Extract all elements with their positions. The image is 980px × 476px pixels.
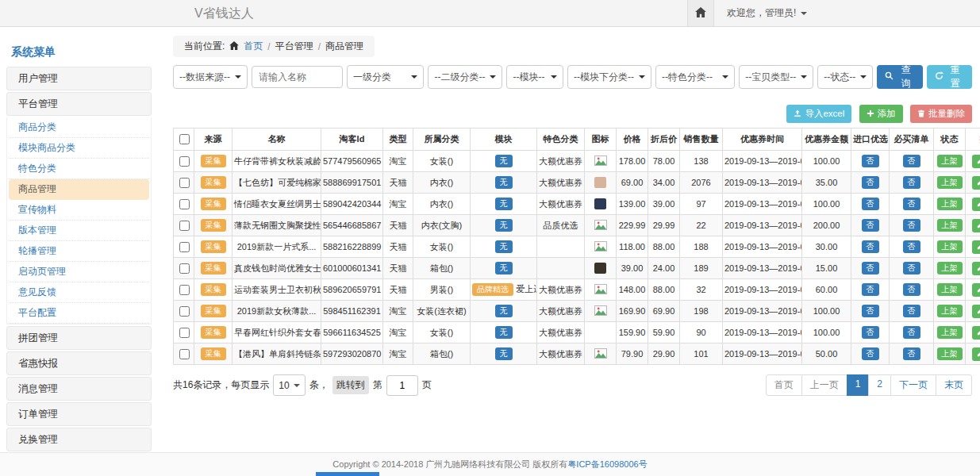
import-select-toggle[interactable]: 否: [862, 326, 879, 339]
user-menu[interactable]: 欢迎您，管理员!: [714, 0, 820, 26]
must-buy-toggle[interactable]: 否: [903, 176, 920, 189]
sidebar-item-用户管理[interactable]: 用户管理: [6, 67, 152, 90]
status-badge[interactable]: 上架: [937, 176, 963, 189]
jump-button[interactable]: 跳转到: [332, 376, 369, 394]
import-select-toggle[interactable]: 否: [862, 240, 879, 253]
home-button[interactable]: [687, 0, 714, 26]
edit-button[interactable]: [972, 176, 980, 190]
pager-prev[interactable]: 上一页: [801, 374, 847, 396]
must-buy-toggle[interactable]: 否: [903, 283, 920, 296]
row-checkbox[interactable]: [179, 349, 190, 359]
module-none-badge: 无: [495, 240, 513, 253]
feature-category-select[interactable]: --特色分类--: [655, 65, 735, 89]
sidebar-item-模块商品分类[interactable]: 模块商品分类: [9, 138, 149, 159]
edit-button[interactable]: [972, 240, 980, 254]
sidebar-item-兑换管理[interactable]: 兑换管理: [6, 428, 152, 451]
reset-button[interactable]: 重置: [927, 65, 972, 89]
module-none-badge: 无: [495, 326, 513, 339]
level2-category-select[interactable]: --二级分类--: [428, 65, 502, 89]
pager-last[interactable]: 末页: [936, 374, 972, 396]
import-select-toggle[interactable]: 否: [862, 155, 879, 167]
sidebar-item-商品管理[interactable]: 商品管理: [9, 179, 149, 200]
module-subcategory-select[interactable]: --模块下分类--: [567, 65, 651, 89]
pager-first[interactable]: 首页: [766, 374, 802, 396]
sidebar-item-消息管理[interactable]: 消息管理: [6, 377, 152, 401]
status-badge[interactable]: 上架: [937, 198, 963, 210]
must-buy-toggle[interactable]: 否: [903, 305, 920, 317]
row-checkbox[interactable]: [179, 242, 190, 252]
sidebar-item-启动页管理[interactable]: 启动页管理: [9, 262, 149, 282]
pager-page-1[interactable]: 1: [847, 374, 870, 396]
level1-category-select[interactable]: 一级分类: [347, 65, 424, 89]
edit-button[interactable]: [972, 283, 980, 297]
name-search-input[interactable]: [252, 66, 343, 88]
edit-button[interactable]: [972, 347, 980, 361]
import-excel-button[interactable]: 导入excel: [786, 105, 851, 123]
select-all-checkbox[interactable]: [179, 134, 190, 144]
status-badge[interactable]: 上架: [937, 155, 963, 167]
icp-link[interactable]: 粤ICP备16098006号: [567, 459, 647, 469]
edit-button[interactable]: [972, 219, 980, 232]
sidebar-item-意见反馈[interactable]: 意见反馈: [9, 282, 149, 303]
must-buy-toggle[interactable]: 否: [903, 262, 920, 274]
status-badge[interactable]: 上架: [937, 326, 963, 339]
sidebar-item-轮播管理[interactable]: 轮播管理: [9, 241, 149, 262]
status-badge[interactable]: 上架: [937, 305, 963, 317]
sidebar-item-版本管理[interactable]: 版本管理: [9, 221, 149, 241]
sidebar-item-商品分类[interactable]: 商品分类: [9, 117, 149, 138]
sidebar-item-平台配置[interactable]: 平台配置: [9, 303, 149, 324]
page-size-select[interactable]: 10: [273, 374, 305, 396]
breadcrumb-home-link[interactable]: 首页: [244, 40, 263, 53]
must-buy-toggle[interactable]: 否: [903, 347, 920, 360]
edit-button[interactable]: [972, 262, 980, 275]
sidebar-item-订单管理[interactable]: 订单管理: [6, 402, 152, 426]
status-badge[interactable]: 上架: [937, 347, 963, 360]
data-source-select[interactable]: --数据来源--: [173, 65, 248, 89]
import-select-toggle[interactable]: 否: [862, 347, 879, 360]
item-type-select[interactable]: --宝贝类型--: [739, 65, 813, 89]
edit-button[interactable]: [972, 326, 980, 340]
import-select-toggle[interactable]: 否: [862, 262, 879, 274]
import-select-toggle[interactable]: 否: [862, 176, 879, 189]
jump-page-input[interactable]: [386, 375, 418, 396]
row-checkbox[interactable]: [179, 221, 190, 231]
must-buy-toggle[interactable]: 否: [903, 219, 920, 232]
edit-button[interactable]: [972, 198, 980, 211]
module-none-badge: 无: [495, 262, 513, 274]
import-select-toggle[interactable]: 否: [862, 283, 879, 296]
module-select[interactable]: --模块--: [506, 65, 563, 89]
status-badge[interactable]: 上架: [937, 240, 963, 253]
sidebar-item-省惠快报[interactable]: 省惠快报: [6, 351, 152, 375]
import-select-cell: 否: [851, 194, 890, 215]
sidebar-item-拼团管理[interactable]: 拼团管理: [6, 326, 152, 350]
row-checkbox[interactable]: [179, 199, 190, 209]
import-select-toggle[interactable]: 否: [862, 198, 879, 210]
pager-page-2[interactable]: 2: [868, 374, 891, 396]
row-checkbox[interactable]: [179, 263, 190, 274]
edit-button[interactable]: [972, 305, 980, 318]
must-buy-toggle[interactable]: 否: [903, 198, 920, 210]
sidebar-item-特色分类[interactable]: 特色分类: [9, 159, 149, 179]
row-checkbox[interactable]: [179, 328, 190, 338]
row-checkbox[interactable]: [179, 156, 190, 167]
pager-next[interactable]: 下一页: [890, 374, 936, 396]
edit-button[interactable]: [972, 155, 980, 168]
sidebar-item-宣传物料[interactable]: 宣传物料: [9, 200, 149, 221]
row-checkbox[interactable]: [179, 306, 190, 317]
import-select-toggle[interactable]: 否: [862, 305, 879, 317]
must-buy-toggle[interactable]: 否: [903, 326, 920, 339]
status-badge[interactable]: 上架: [937, 219, 963, 232]
batch-delete-button[interactable]: 批量删除: [910, 105, 972, 123]
must-buy-toggle[interactable]: 否: [903, 240, 920, 253]
import-select-toggle[interactable]: 否: [862, 219, 879, 232]
sidebar-item-平台管理[interactable]: 平台管理: [6, 92, 152, 116]
status-badge[interactable]: 上架: [937, 283, 963, 296]
search-button[interactable]: 查询: [877, 65, 922, 89]
coupon-amount-cell: 100.00: [802, 301, 851, 322]
status-badge[interactable]: 上架: [937, 262, 963, 274]
row-checkbox[interactable]: [179, 178, 190, 188]
row-checkbox[interactable]: [179, 285, 190, 295]
add-button[interactable]: 添加: [859, 105, 903, 123]
status-select[interactable]: --状态--: [817, 65, 873, 89]
must-buy-toggle[interactable]: 否: [903, 155, 920, 167]
